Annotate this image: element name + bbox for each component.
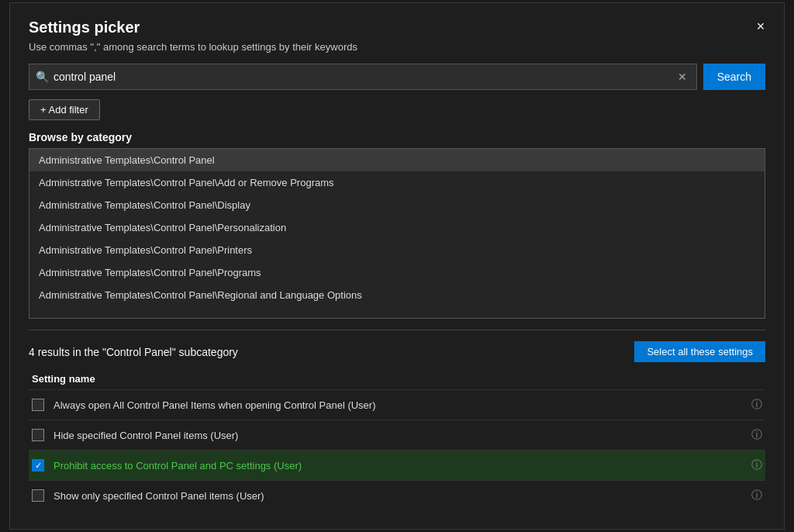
category-item[interactable]: Administrative Templates\Control Panel\D… bbox=[29, 194, 765, 216]
add-filter-button[interactable]: + Add filter bbox=[29, 99, 100, 120]
category-item[interactable]: Administrative Templates\Control Panel\R… bbox=[29, 284, 765, 306]
dialog-title: Settings picker bbox=[29, 19, 765, 36]
info-icon[interactable]: ⓘ bbox=[751, 489, 762, 503]
setting-checkbox-checked[interactable] bbox=[32, 459, 44, 472]
results-row: 4 results in the "Control Panel" subcate… bbox=[29, 341, 765, 362]
setting-name-highlighted: Prohibit access to Control Panel and PC … bbox=[54, 460, 745, 472]
category-item[interactable]: Administrative Templates\Control Panel bbox=[29, 149, 765, 171]
info-icon[interactable]: ⓘ bbox=[751, 458, 762, 472]
divider bbox=[29, 330, 765, 330]
select-all-button[interactable]: Select all these settings bbox=[634, 341, 765, 362]
search-icon: 🔍 bbox=[36, 71, 49, 83]
setting-name: Always open All Control Panel Items when… bbox=[54, 399, 745, 411]
clear-search-button[interactable]: ✕ bbox=[675, 69, 690, 85]
category-item[interactable]: Administrative Templates\Control Panel\P… bbox=[29, 261, 765, 284]
results-summary: 4 results in the "Control Panel" subcate… bbox=[29, 346, 238, 358]
setting-checkbox[interactable] bbox=[32, 399, 44, 411]
setting-name: Show only specified Control Panel items … bbox=[54, 490, 745, 502]
search-input[interactable] bbox=[54, 71, 675, 83]
info-icon[interactable]: ⓘ bbox=[751, 398, 762, 412]
setting-checkbox[interactable] bbox=[32, 429, 44, 441]
browse-category-label: Browse by category bbox=[29, 131, 765, 143]
setting-checkbox[interactable] bbox=[32, 489, 44, 502]
close-button[interactable]: × bbox=[750, 16, 772, 37]
category-list: Administrative Templates\Control Panel A… bbox=[29, 148, 765, 319]
setting-item-highlighted[interactable]: Prohibit access to Control Panel and PC … bbox=[29, 450, 765, 480]
setting-name: Hide specified Control Panel items (User… bbox=[54, 430, 745, 441]
search-row: 🔍 ✕ Search bbox=[29, 64, 765, 90]
info-icon[interactable]: ⓘ bbox=[751, 428, 762, 442]
setting-item[interactable]: Always open All Control Panel Items when… bbox=[29, 389, 765, 420]
search-input-wrapper: 🔍 ✕ bbox=[29, 64, 697, 90]
setting-item[interactable]: Show only specified Control Panel items … bbox=[29, 480, 765, 510]
settings-list: Always open All Control Panel Items when… bbox=[29, 389, 765, 510]
category-item[interactable]: Administrative Templates\Control Panel\A… bbox=[29, 171, 765, 194]
search-button[interactable]: Search bbox=[703, 64, 765, 90]
column-header: Setting name bbox=[29, 370, 765, 389]
settings-picker-dialog: Settings picker Use commas "," among sea… bbox=[9, 2, 785, 530]
dialog-subtitle: Use commas "," among search terms to loo… bbox=[29, 41, 765, 53]
setting-item[interactable]: Hide specified Control Panel items (User… bbox=[29, 420, 765, 450]
category-item[interactable]: Administrative Templates\Control Panel\P… bbox=[29, 216, 765, 239]
category-item[interactable]: Administrative Templates\Control Panel\P… bbox=[29, 239, 765, 261]
